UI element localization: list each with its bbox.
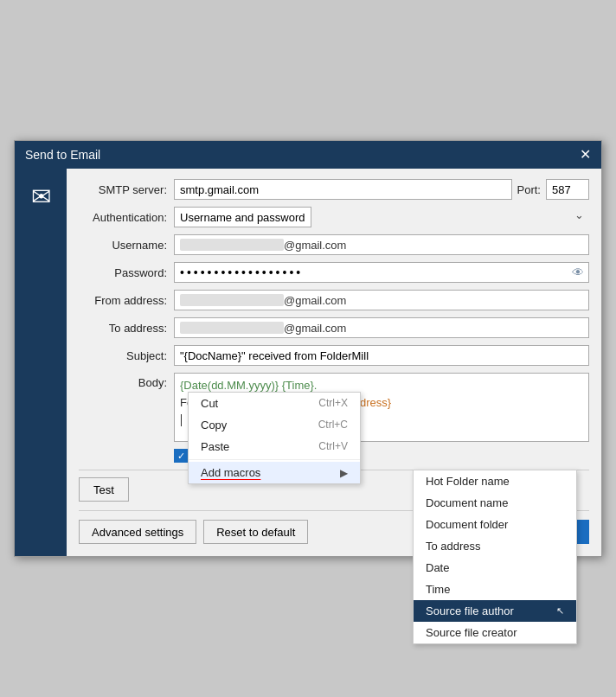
- cut-label: Cut: [201, 397, 218, 410]
- copy-label: Copy: [201, 419, 227, 432]
- submenu-item-source-file-author[interactable]: Source file author ↖: [414, 600, 576, 622]
- smtp-label: SMTP server:: [79, 183, 174, 196]
- copy-menu-item[interactable]: Copy Ctrl+C: [189, 414, 360, 436]
- auth-row: Authentication: Username and password: [79, 207, 589, 227]
- smtp-server-input[interactable]: [174, 179, 512, 200]
- advanced-settings-button[interactable]: Advanced settings: [79, 520, 196, 544]
- subject-label: Subject:: [79, 349, 174, 362]
- submenu-item-hot-folder-name[interactable]: Hot Folder name: [414, 470, 576, 492]
- add-macros-label: Add macros: [201, 466, 260, 479]
- username-blurred: [180, 239, 284, 251]
- subject-input[interactable]: [174, 345, 589, 366]
- eye-icon[interactable]: 👁: [572, 265, 584, 279]
- auth-label: Authentication:: [79, 211, 174, 224]
- from-blurred: [180, 294, 284, 306]
- password-row: Password: 👁: [79, 262, 589, 283]
- macros-submenu: Hot Folder name Document name Document f…: [413, 470, 577, 644]
- email-icon: ✉: [31, 182, 51, 211]
- from-address-row: From address: @gmail.com: [79, 290, 589, 310]
- username-suffix: @gmail.com: [284, 239, 346, 252]
- send-to-email-dialog: Send to Email ✕ ✉ SMTP server: Port: Aut…: [14, 140, 602, 557]
- username-label: Username:: [79, 239, 174, 252]
- from-suffix: @gmail.com: [284, 294, 346, 307]
- context-menu: Cut Ctrl+X Copy Ctrl+C Paste Ctrl+V Add …: [188, 392, 361, 484]
- auth-select[interactable]: Username and password: [174, 207, 311, 227]
- submenu-item-source-file-creator[interactable]: Source file creator: [414, 622, 576, 643]
- add-macros-item[interactable]: Add macros ▶: [189, 462, 360, 483]
- paste-shortcut: Ctrl+V: [318, 440, 348, 453]
- from-label: From address:: [79, 294, 174, 307]
- body-green-text: {Date(dd.MM.yyyy)} {Time}.: [180, 379, 317, 392]
- port-input[interactable]: [546, 179, 589, 200]
- attachment-checkbox[interactable]: ✓: [174, 449, 188, 463]
- to-suffix: @gmail.com: [284, 322, 346, 335]
- cut-menu-item[interactable]: Cut Ctrl+X: [189, 393, 360, 414]
- submenu-item-document-folder[interactable]: Document folder: [414, 514, 576, 535]
- to-address-row: To address: @gmail.com: [79, 317, 589, 338]
- to-label: To address:: [79, 322, 174, 335]
- username-row: Username: @gmail.com: [79, 234, 589, 255]
- submenu-item-date[interactable]: Date: [414, 557, 576, 579]
- cut-shortcut: Ctrl+X: [318, 397, 348, 410]
- paste-label: Paste: [201, 440, 229, 453]
- submenu-arrow-icon: ▶: [340, 467, 348, 479]
- submenu-item-document-name[interactable]: Document name: [414, 492, 576, 514]
- left-icon-panel: ✉: [15, 169, 67, 556]
- title-bar: Send to Email ✕: [15, 141, 601, 169]
- reset-button[interactable]: Reset to default: [203, 520, 308, 544]
- submenu-item-time[interactable]: Time: [414, 579, 576, 600]
- submenu-item-to-address[interactable]: To address: [414, 535, 576, 557]
- test-button[interactable]: Test: [79, 477, 129, 502]
- body-label: Body:: [79, 373, 174, 389]
- password-label: Password:: [79, 266, 174, 279]
- context-menu-sep: [189, 459, 360, 460]
- subject-row: Subject:: [79, 345, 589, 366]
- paste-menu-item[interactable]: Paste Ctrl+V: [189, 436, 360, 457]
- port-label: Port:: [517, 183, 541, 196]
- password-input[interactable]: [174, 262, 589, 283]
- close-button[interactable]: ✕: [580, 148, 591, 162]
- smtp-row: SMTP server: Port:: [79, 179, 589, 200]
- dialog-title: Send to Email: [25, 148, 100, 162]
- copy-shortcut: Ctrl+C: [318, 419, 348, 432]
- to-blurred: [180, 322, 284, 334]
- cursor-indicator: ↖: [556, 605, 564, 617]
- text-cursor: [181, 414, 182, 426]
